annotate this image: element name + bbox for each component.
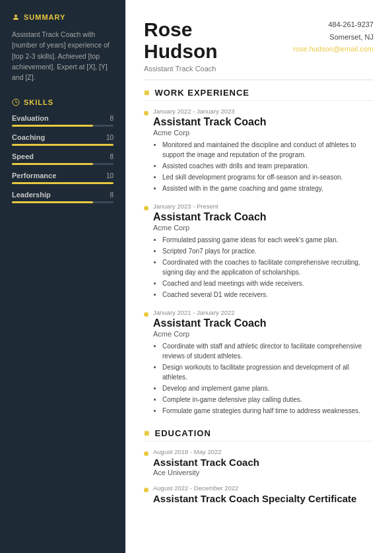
skill-bar-bg xyxy=(12,201,114,203)
header-name-block: RoseHudson Assistant Track Coach xyxy=(144,18,218,73)
entry-job-title: Assistant Track Coach xyxy=(153,211,374,223)
edu-entry: August 2022 - December 2022 Assistant Tr… xyxy=(144,484,374,504)
entry-company: Acme Corp xyxy=(153,224,374,232)
skill-item: Coaching 10 xyxy=(12,133,114,146)
entry-job-title: Assistant Track Coach xyxy=(153,116,374,128)
entry-date: January 2022 - January 2023 xyxy=(153,108,374,115)
person-icon xyxy=(12,13,20,21)
work-experience-title: ■ WORK EXPERIENCE xyxy=(144,87,374,101)
edu-date: August 2018 - May 2022 xyxy=(153,448,374,455)
entry-job-title: Assistant Track Coach xyxy=(153,317,374,329)
bullet: Design workouts to facilitate progressio… xyxy=(162,362,374,382)
briefcase-icon: ■ xyxy=(144,87,150,98)
skill-bar-bg xyxy=(12,163,114,165)
bullet: Monitored and maintained the discipline … xyxy=(162,140,374,160)
entry-bullets: Coordinate with staff and athletic direc… xyxy=(153,341,374,416)
entry-date: January 2021 - January 2022 xyxy=(153,309,374,316)
edu-entry: August 2018 - May 2022 Assistant Track C… xyxy=(144,448,374,476)
entry-bullets: Formulated passing game ideas for each w… xyxy=(153,235,374,300)
skill-item: Performance 10 xyxy=(12,172,114,184)
bullet: Complete in-game defensive play calling … xyxy=(162,395,374,405)
phone: 484-261-9237 xyxy=(293,18,374,31)
skill-bar-bg xyxy=(12,144,114,146)
bullet: Assisted with in the game coaching and g… xyxy=(162,183,374,193)
skill-score: 10 xyxy=(106,134,114,141)
bullet: Formulate game strategies during half ti… xyxy=(162,406,374,416)
skills-section: SKILLS Evaluation 8 Coaching 10 Speed 8 … xyxy=(12,98,114,203)
education-section: ■ EDUCATION August 2018 - May 2022 Assis… xyxy=(144,428,374,504)
skills-list: Evaluation 8 Coaching 10 Speed 8 Perform… xyxy=(12,114,114,203)
entry-company: Acme Corp xyxy=(153,129,374,137)
edu-degree: Assistant Track Coach Specialty Certific… xyxy=(153,493,374,504)
edu-degree: Assistant Track Coach xyxy=(153,457,374,468)
skill-item: Speed 8 xyxy=(12,152,114,165)
skill-name: Coaching xyxy=(12,133,45,141)
work-experience-section: ■ WORK EXPERIENCE January 2022 - January… xyxy=(144,87,374,416)
skill-score: 8 xyxy=(110,153,114,160)
work-entries-list: January 2022 - January 2023 Assistant Tr… xyxy=(144,108,374,416)
skill-bar-fill xyxy=(12,182,114,184)
summary-section: SUMMARY Assistant Track Coach with [numb… xyxy=(12,13,114,82)
sidebar: SUMMARY Assistant Track Coach with [numb… xyxy=(0,0,125,553)
skill-bar-fill xyxy=(12,163,93,165)
location: Somerset, NJ xyxy=(293,31,374,44)
skill-score: 8 xyxy=(110,191,114,199)
skill-item: Evaluation 8 xyxy=(12,114,114,127)
skill-bar-fill xyxy=(12,144,114,146)
bullet: Develop and implement game plans. xyxy=(162,383,374,393)
skills-title: SKILLS xyxy=(12,98,114,106)
main-content: RoseHudson Assistant Track Coach 484-261… xyxy=(125,0,392,553)
skill-name: Speed xyxy=(12,152,34,160)
summary-text: Assistant Track Coach with [number of ye… xyxy=(12,29,114,82)
bullet: Scripted 7on7 plays for practice. xyxy=(162,246,374,256)
bullet: Formulated passing game ideas for each w… xyxy=(162,235,374,245)
summary-title: SUMMARY xyxy=(12,13,114,21)
education-entries-list: August 2018 - May 2022 Assistant Track C… xyxy=(144,448,374,504)
resume-header: RoseHudson Assistant Track Coach 484-261… xyxy=(144,18,374,81)
skill-name: Performance xyxy=(12,172,56,179)
bullet: Coached and lead meetings with wide rece… xyxy=(162,278,374,288)
work-entry: January 2022 - January 2023 Assistant Tr… xyxy=(144,108,374,193)
entry-bullets: Monitored and maintained the discipline … xyxy=(153,140,374,193)
work-entry: January 2021 - January 2022 Assistant Tr… xyxy=(144,309,374,416)
skills-icon xyxy=(12,98,20,106)
education-icon: ■ xyxy=(144,428,150,438)
svg-point-0 xyxy=(15,15,17,17)
skill-score: 8 xyxy=(110,115,114,122)
edu-school: Ace University xyxy=(153,469,374,476)
bullet: Coordinated with the coaches to facilita… xyxy=(162,257,374,277)
skill-name: Evaluation xyxy=(12,114,49,122)
edu-date: August 2022 - December 2022 xyxy=(153,484,374,492)
skill-bar-bg xyxy=(12,125,114,127)
contact-block: 484-261-9237 Somerset, NJ rose.hudson@em… xyxy=(293,18,374,55)
bullet: Coordinate with staff and athletic direc… xyxy=(162,341,374,361)
bullet: Coached several D1 wide receivers. xyxy=(162,290,374,300)
bullet: Assisted coaches with drills and team pr… xyxy=(162,161,374,171)
email: rose.hudson@email.com xyxy=(293,43,374,55)
work-entry: January 2023 - Present Assistant Track C… xyxy=(144,203,374,300)
job-title-header: Assistant Track Coach xyxy=(144,65,218,73)
bullet: Led skill development programs for off-s… xyxy=(162,172,374,182)
skill-score: 10 xyxy=(106,172,114,179)
full-name: RoseHudson xyxy=(144,18,218,62)
education-title: ■ EDUCATION xyxy=(144,428,374,441)
skill-name: Leadership xyxy=(12,191,51,199)
skill-bar-fill xyxy=(12,125,93,127)
entry-date: January 2023 - Present xyxy=(153,203,374,210)
entry-company: Acme Corp xyxy=(153,330,374,338)
skill-bar-bg xyxy=(12,182,114,184)
skill-item: Leadership 8 xyxy=(12,191,114,203)
skill-bar-fill xyxy=(12,201,93,203)
